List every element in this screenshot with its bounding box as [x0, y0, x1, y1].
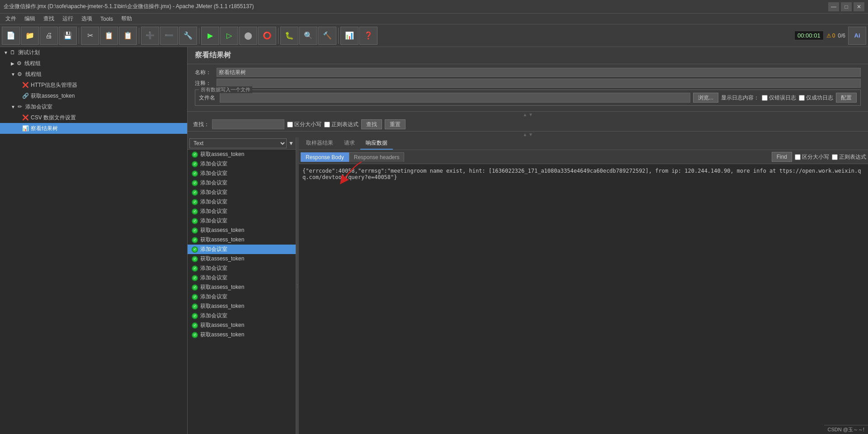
tab-request[interactable]: 请求 — [339, 137, 360, 150]
saveas-button[interactable]: 💾 — [59, 27, 77, 45]
result-item-14[interactable]: ✓获取assess_token — [188, 283, 296, 292]
result-item-17[interactable]: ✓添加会议室 — [188, 311, 296, 321]
result-item-5[interactable]: ✓添加会议室 — [188, 197, 296, 207]
result-item-1[interactable]: ✓添加会议室 — [188, 159, 296, 169]
ai-button[interactable]: Ai — [848, 27, 866, 45]
name-row: 名称： — [195, 68, 861, 77]
search-input[interactable] — [212, 119, 284, 129]
expand-arrow[interactable]: ▶ — [11, 61, 14, 66]
sub-tab-response-headers[interactable]: Response headers — [349, 152, 405, 162]
collapse-button[interactable]: ➖ — [160, 27, 178, 45]
find-regex-checkbox[interactable] — [832, 154, 838, 160]
error-log-checkbox[interactable] — [762, 95, 768, 101]
find-case-label[interactable]: 区分大小写 — [795, 153, 829, 161]
maximize-button[interactable]: □ — [841, 2, 852, 11]
clear-button[interactable]: 🐛 — [280, 27, 298, 45]
display-mode-dropdown[interactable]: Text — [189, 138, 287, 148]
result-item-8[interactable]: ✓获取assess_token — [188, 226, 296, 235]
tab-response-data[interactable]: 响应数据 — [360, 137, 393, 150]
result-item-0[interactable]: ✓获取assess_token — [188, 150, 296, 159]
find-button[interactable]: Find — [772, 152, 792, 162]
menu-item-选项[interactable]: 选项 — [78, 14, 96, 24]
find-case-checkbox[interactable] — [795, 154, 801, 160]
regex-label[interactable]: 正则表达式 — [324, 121, 359, 128]
result-item-label: 获取assess_token — [200, 255, 244, 263]
result-item-11[interactable]: ✓获取assess_token — [188, 254, 296, 264]
config-button[interactable]: 配置 — [836, 93, 857, 103]
cut-button[interactable]: ✂ — [81, 27, 99, 45]
result-item-4[interactable]: ✓添加会议室 — [188, 188, 296, 197]
result-item-label: 添加会议室 — [200, 274, 227, 282]
error-log-checkbox-label[interactable]: 仅错误日志 — [762, 94, 796, 102]
comment-input[interactable] — [217, 79, 861, 88]
menu-item-文件[interactable]: 文件 — [2, 14, 20, 24]
help-button[interactable]: ❓ — [359, 27, 377, 45]
separator-2 — [139, 28, 139, 44]
run-button[interactable]: ▶ — [201, 27, 219, 45]
template-button[interactable]: 📊 — [340, 27, 359, 45]
new-button[interactable]: 📄 — [2, 27, 20, 45]
tree-item-thread2[interactable]: ▼ ⚙ 线程组 — [0, 69, 187, 80]
success-log-checkbox[interactable] — [799, 95, 805, 101]
response-body-text: {"errcode":40058,"errmsg":"meetingroom n… — [299, 164, 868, 434]
menu-item-运行[interactable]: 运行 — [59, 14, 77, 24]
clearall-button[interactable]: 🔍 — [299, 27, 317, 45]
browse-button[interactable]: 浏览... — [693, 93, 718, 103]
shutdown-button[interactable]: ⭕ — [258, 27, 276, 45]
open-button[interactable]: 📁 — [21, 27, 39, 45]
save-button[interactable]: 🖨 — [40, 27, 58, 45]
divider-bottom[interactable]: ▲ ▼ — [188, 132, 868, 137]
result-item-16[interactable]: ✓获取assess_token — [188, 302, 296, 311]
expand-arrow[interactable]: ▼ — [11, 72, 15, 77]
tree-item-csv[interactable]: ❌ CSV 数据文件设置 — [0, 112, 187, 123]
search-button[interactable]: 查找 — [361, 119, 382, 129]
copy-button[interactable]: 📋 — [100, 27, 118, 45]
regex-checkbox[interactable] — [324, 122, 330, 127]
separator-3 — [199, 28, 199, 44]
tree-item-thread1[interactable]: ▶ ⚙ 线程组 — [0, 58, 187, 69]
tab-sampler-result[interactable]: 取样器结果 — [301, 137, 339, 150]
minimize-button[interactable]: — — [828, 2, 839, 11]
result-item-3[interactable]: ✓添加会议室 — [188, 178, 296, 188]
run-no-pause-button[interactable]: ▷ — [220, 27, 238, 45]
tree-item-plan[interactable]: ▼ 🗒 测试计划 — [0, 47, 187, 58]
sub-tab-response-body[interactable]: Response Body — [301, 152, 349, 162]
menu-item-编辑[interactable]: 编辑 — [21, 14, 39, 24]
success-log-checkbox-label[interactable]: 仅成功日志 — [799, 94, 833, 102]
tree-item-add-room[interactable]: ▼ ✏ 添加会议室 — [0, 101, 187, 112]
result-item-13[interactable]: ✓添加会议室 — [188, 273, 296, 283]
result-item-2[interactable]: ✓添加会议室 — [188, 169, 296, 178]
reset-button[interactable]: 重置 — [385, 119, 406, 129]
content-panel: 察看结果树 名称： 注释： 所有数据写入一个文件 文件名 浏览... 显示日志内… — [188, 47, 868, 434]
expand-button[interactable]: ➕ — [141, 27, 159, 45]
menu-item-帮助[interactable]: 帮助 — [118, 14, 136, 24]
expand-arrow[interactable]: ▼ — [4, 50, 8, 55]
file-name-input[interactable] — [220, 93, 690, 103]
tree-item-http-header[interactable]: ❌ HTTP信息头管理器 — [0, 80, 187, 90]
case-sensitive-checkbox[interactable] — [287, 122, 293, 127]
function-button[interactable]: 🔨 — [318, 27, 336, 45]
result-item-19[interactable]: ✓获取assess_token — [188, 330, 296, 340]
stop-button[interactable]: ⬤ — [239, 27, 257, 45]
expand-arrow[interactable]: ▼ — [11, 104, 15, 109]
paste-button[interactable]: 📋 — [119, 27, 137, 45]
result-item-6[interactable]: ✓添加会议室 — [188, 207, 296, 216]
close-button[interactable]: ✕ — [854, 2, 864, 11]
tree-item-result-tree[interactable]: 📊 察看结果树 — [0, 123, 187, 134]
divider-top[interactable]: ▲ ▼ — [188, 112, 868, 118]
result-item-12[interactable]: ✓添加会议室 — [188, 264, 296, 273]
result-item-15[interactable]: ✓添加会议室 — [188, 292, 296, 302]
result-item-7[interactable]: ✓添加会议室 — [188, 216, 296, 226]
name-input[interactable] — [217, 68, 861, 77]
result-item-9[interactable]: ✓获取assess_token — [188, 235, 296, 245]
toggle-button[interactable]: 🔧 — [179, 27, 197, 45]
menu-item-查找[interactable]: 查找 — [40, 14, 58, 24]
tree-item-label: 获取assess_token — [31, 92, 75, 100]
menu-item-Tools[interactable]: Tools — [97, 15, 117, 23]
case-sensitive-label[interactable]: 区分大小写 — [287, 121, 321, 128]
result-status-icon: ✓ — [191, 217, 198, 225]
find-regex-label[interactable]: 正则表达式 — [832, 153, 866, 161]
result-item-18[interactable]: ✓获取assess_token — [188, 321, 296, 330]
tree-item-get-token[interactable]: 🔗 获取assess_token — [0, 90, 187, 101]
result-item-10[interactable]: ✓添加会议室 — [188, 245, 296, 254]
